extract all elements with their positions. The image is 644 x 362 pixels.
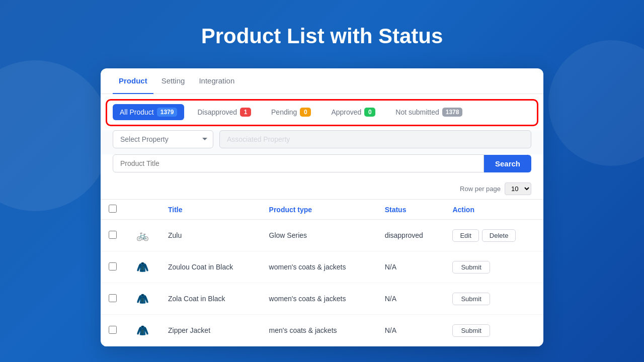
col-img [125, 200, 160, 220]
filter-pending[interactable]: Pending 0 [264, 104, 318, 120]
col-title: Title [160, 200, 261, 220]
product-title: Zulu [160, 220, 261, 251]
product-title: Zola Coat in Black [160, 283, 261, 315]
filter-not-submitted-badge: 1378 [442, 108, 463, 117]
product-icon-0: 🚲 [133, 226, 152, 245]
filter-all-label: All Product [120, 108, 154, 116]
product-icon-1: 🧥 [133, 257, 152, 277]
tab-integration[interactable]: Integration [193, 68, 240, 94]
table-row: 🚲ZuluGlow SeriesdisapprovedEditDelete [101, 220, 543, 251]
select-property[interactable]: Select Property [113, 130, 213, 148]
submit-button[interactable]: Submit [452, 293, 490, 305]
product-actions: Submit [444, 283, 543, 315]
product-type: men's coats & jackets [261, 315, 377, 346]
row-checkbox-1[interactable] [109, 262, 117, 270]
product-icon-3: 🧥 [133, 321, 152, 340]
filter-pending-label: Pending [271, 108, 297, 116]
tab-setting[interactable]: Setting [155, 68, 191, 94]
filter-approved[interactable]: Approved 0 [324, 104, 382, 120]
bg-blob-left [0, 60, 111, 211]
product-status: N/A [377, 315, 445, 346]
search-input[interactable] [113, 154, 484, 172]
filter-not-submitted-label: Not submitted [395, 108, 439, 116]
main-card: Product Setting Integration All Product … [101, 68, 543, 346]
col-checkbox [101, 200, 125, 220]
product-status: disapproved [377, 220, 445, 251]
product-table: Title Product type Status Action 🚲ZuluGl… [101, 199, 543, 346]
submit-button[interactable]: Submit [452, 324, 490, 337]
filter-row: All Product 1379 Disapproved 1 Pending 0… [101, 94, 543, 130]
tab-product[interactable]: Product [113, 68, 153, 94]
table-row: 🧥Zola Coat in Blackwomen's coats & jacke… [101, 283, 543, 315]
table-row: 🧥Zipper Jacketmen's coats & jacketsN/ASu… [101, 315, 543, 346]
filter-all-product[interactable]: All Product 1379 [113, 104, 184, 120]
filter-disapproved[interactable]: Disapproved 1 [190, 104, 258, 120]
page-title: Product List with Status [201, 24, 443, 48]
product-status: N/A [377, 251, 445, 283]
bg-blob-right [548, 40, 644, 166]
product-title: Zoulou Coat in Black [160, 251, 261, 283]
table-row: 🧥Zoulou Coat in Blackwomen's coats & jac… [101, 251, 543, 283]
controls-row: Select Property Associated Property [101, 130, 543, 154]
product-type: Glow Series [261, 220, 377, 251]
search-row: Search [101, 154, 543, 178]
row-per-page-select[interactable]: 10 [505, 183, 531, 195]
row-checkbox-3[interactable] [109, 326, 117, 334]
row-checkbox-2[interactable] [109, 294, 117, 302]
product-title: Zipper Jacket [160, 315, 261, 346]
search-button[interactable]: Search [484, 155, 531, 172]
col-status: Status [377, 200, 445, 220]
product-type: women's coats & jackets [261, 283, 377, 315]
col-product-type: Product type [261, 200, 377, 220]
select-all-checkbox[interactable] [109, 205, 117, 213]
product-icon-2: 🧥 [133, 289, 152, 308]
product-status: N/A [377, 283, 445, 315]
row-per-page-label: Row per page [460, 185, 501, 193]
product-actions: Submit [444, 251, 543, 283]
filter-disapproved-badge: 1 [240, 108, 251, 117]
product-type: women's coats & jackets [261, 251, 377, 283]
filter-not-submitted[interactable]: Not submitted 1378 [388, 104, 469, 120]
filter-pending-badge: 0 [300, 108, 311, 117]
edit-button[interactable]: Edit [452, 229, 478, 242]
product-actions: EditDelete [444, 220, 543, 251]
filter-disapproved-label: Disapproved [197, 108, 237, 116]
filter-approved-badge: 0 [364, 108, 375, 117]
associated-property-field: Associated Property [219, 130, 531, 148]
filter-approved-label: Approved [331, 108, 361, 116]
product-actions: Submit [444, 315, 543, 346]
delete-button[interactable]: Delete [482, 229, 516, 242]
tab-bar: Product Setting Integration [101, 68, 543, 94]
pagination-row: Row per page 10 [101, 178, 543, 199]
row-checkbox-0[interactable] [109, 231, 117, 239]
filter-all-badge: 1379 [157, 108, 178, 117]
submit-button[interactable]: Submit [452, 261, 490, 274]
col-action: Action [444, 200, 543, 220]
